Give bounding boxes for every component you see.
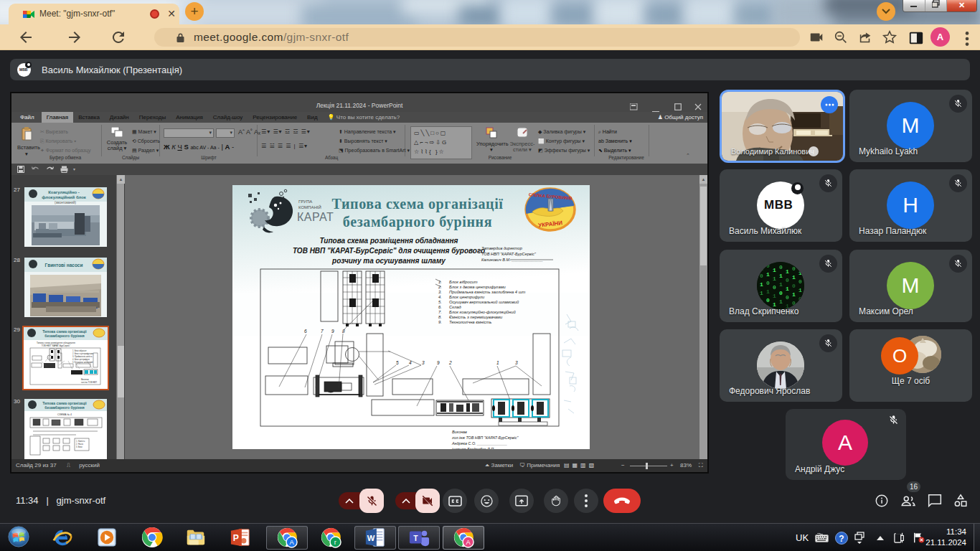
svg-text:1: 1 [766, 271, 770, 278]
svg-text:г: г [334, 539, 337, 546]
svg-text:0: 0 [760, 298, 763, 305]
svg-text:3: 3 [515, 360, 518, 365]
svg-text:1. Ємність: 1. Ємність [76, 440, 85, 443]
svg-text:1: 1 [792, 274, 796, 281]
svg-text:0: 0 [786, 294, 789, 301]
svg-text:розчину та осушування шламу: розчину та осушування шламу [331, 257, 446, 265]
svg-text:3.: 3. [438, 290, 442, 294]
svg-text:Блок коагуляційно-флокуляційни: Блок коагуляційно-флокуляційний [449, 310, 516, 314]
svg-text:0: 0 [792, 265, 796, 272]
svg-text:безамбарного буріння: безамбарного буріння [44, 334, 84, 338]
svg-text:1.: 1. [438, 280, 442, 284]
svg-text:A: A [466, 539, 471, 546]
svg-text:(змонтований): (змонтований) [55, 200, 77, 204]
svg-text:1: 1 [760, 290, 763, 296]
svg-text:0: 0 [786, 277, 789, 283]
svg-text:Андреєв С.О. ______________: Андреєв С.О. ______________ [451, 441, 507, 446]
svg-text:9: 9 [331, 329, 334, 334]
svg-text:інженер Бєздрабко Л.П. _______: інженер Бєздрабко Л.П. __________ [452, 447, 517, 449]
svg-text:0: 0 [798, 296, 802, 302]
svg-text:1: 1 [773, 276, 776, 282]
svg-text:A: A [289, 539, 294, 546]
svg-text:0: 0 [798, 278, 802, 285]
svg-text:3: 3 [422, 360, 425, 365]
svg-text:СХЕМА № 4: СХЕМА № 4 [57, 413, 72, 416]
svg-text:Виконав: Виконав [452, 430, 467, 434]
svg-text:Коагуляційно -: Коагуляційно - [48, 190, 80, 194]
svg-text:ГРУПА: ГРУПА [298, 199, 312, 204]
svg-text:Склад: Склад [449, 305, 461, 309]
svg-text:безамбарного буріння: безамбарного буріння [343, 214, 492, 230]
svg-text:1: 1 [786, 286, 789, 292]
svg-text:1: 1 [779, 281, 783, 288]
svg-text:Гвинтові насоси: Гвинтові насоси [45, 263, 83, 268]
svg-text:2. Насос: 2. Насос [76, 443, 84, 446]
svg-text:0: 0 [760, 273, 763, 279]
svg-text:КАРАТ: КАРАТ [297, 211, 334, 223]
svg-text:Типова схема організації: Типова схема організації [331, 196, 503, 212]
svg-text:P: P [233, 533, 239, 543]
svg-text:2: 2 [448, 360, 452, 365]
svg-text:Типова схема розміщення обладн: Типова схема розміщення обладнання [320, 237, 458, 245]
svg-text:3. Приймальна ємність: 3. Приймальна ємність [72, 355, 93, 358]
svg-text:гол.інж ТОВ НВП "КАРАТ-БурСерв: гол.інж ТОВ НВП "КАРАТ-БурСервіс" [452, 435, 519, 440]
svg-text:гол.інж ТОВ НВП: гол.інж ТОВ НВП [81, 381, 97, 384]
svg-text:1: 1 [773, 267, 776, 273]
svg-text:0: 0 [792, 283, 796, 289]
svg-text:1: 1 [760, 281, 763, 288]
svg-text:1. Блок вібросит: 1. Блок вібросит [72, 349, 87, 352]
svg-text:1: 1 [496, 360, 499, 365]
svg-text:5: 5 [396, 360, 399, 365]
svg-text:2. Блок з центрифугами: 2. Блок з центрифугами [72, 352, 93, 355]
svg-text:8: 8 [342, 329, 345, 334]
svg-text:Осушувач вертикальний шламовий: Осушувач вертикальний шламовий [449, 300, 519, 304]
svg-text:безамбарного буріння: безамбарного буріння [44, 405, 84, 410]
svg-text:Блок вібросит: Блок вібросит [449, 280, 478, 284]
svg-text:1: 1 [779, 298, 783, 305]
svg-text:3. Блок: 3. Блок [76, 446, 83, 448]
svg-text:1: 1 [792, 291, 796, 298]
svg-text:0: 0 [792, 300, 796, 306]
svg-text:7.: 7. [438, 310, 442, 314]
svg-text:Блок з двома центрифугами: Блок з двома центрифугами [449, 285, 507, 289]
svg-text:0: 0 [779, 264, 783, 270]
svg-text:T: T [413, 534, 418, 542]
svg-text:?: ? [839, 533, 844, 543]
svg-text:4.: 4. [438, 295, 442, 299]
svg-text:флокуляційний блок: флокуляційний блок [42, 195, 86, 199]
svg-text:0: 0 [773, 284, 776, 291]
svg-text:Затвердив директор: Затвердив директор [481, 246, 522, 250]
svg-text:1: 1 [786, 268, 789, 275]
svg-text:5.: 5. [438, 300, 442, 304]
svg-text:4. Блок центрифуги: 4. Блок центрифуги [72, 358, 90, 361]
svg-text:9: 9 [437, 360, 440, 365]
svg-text:Технологічна ємність: Технологічна ємність [449, 320, 491, 324]
svg-text:1: 1 [766, 288, 770, 295]
svg-text:0: 0 [766, 263, 770, 269]
svg-text:1: 1 [760, 265, 763, 272]
svg-text:9.: 9. [438, 320, 442, 324]
svg-text:1: 1 [798, 287, 802, 293]
svg-text:Ємність з перемішувачами: Ємність з перемішувачами [449, 315, 503, 319]
svg-text:ТОВ НВП "КАРАТ-БурСервіс": ТОВ НВП "КАРАТ-БурСервіс" [42, 344, 71, 347]
svg-text:Приймальна ємність заглиблена: Приймальна ємність заглиблена 4 шт [449, 290, 525, 294]
svg-text:ТОВ НВП "КАРАТ-БурСервіс" для: ТОВ НВП "КАРАТ-БурСервіс" для очищення б… [293, 247, 485, 255]
svg-text:0: 0 [766, 280, 770, 286]
svg-text:1: 1 [798, 270, 802, 276]
svg-text:8.: 8. [438, 315, 442, 319]
svg-text:W: W [367, 534, 375, 542]
svg-text:7: 7 [321, 329, 324, 334]
svg-text:6.: 6. [438, 305, 442, 309]
svg-text:6: 6 [304, 329, 307, 334]
svg-text:1: 1 [779, 273, 783, 279]
svg-text:КОМПАНІЙ: КОМПАНІЙ [298, 204, 321, 209]
svg-text:ТОВ НВП "КАРАТ-БурСервіс": ТОВ НВП "КАРАТ-БурСервіс" [481, 252, 537, 256]
svg-text:1: 1 [773, 293, 776, 299]
svg-text:0: 0 [779, 290, 783, 296]
svg-text:0: 0 [766, 297, 770, 303]
svg-text:Блок центрифуги: Блок центрифуги [449, 295, 485, 299]
